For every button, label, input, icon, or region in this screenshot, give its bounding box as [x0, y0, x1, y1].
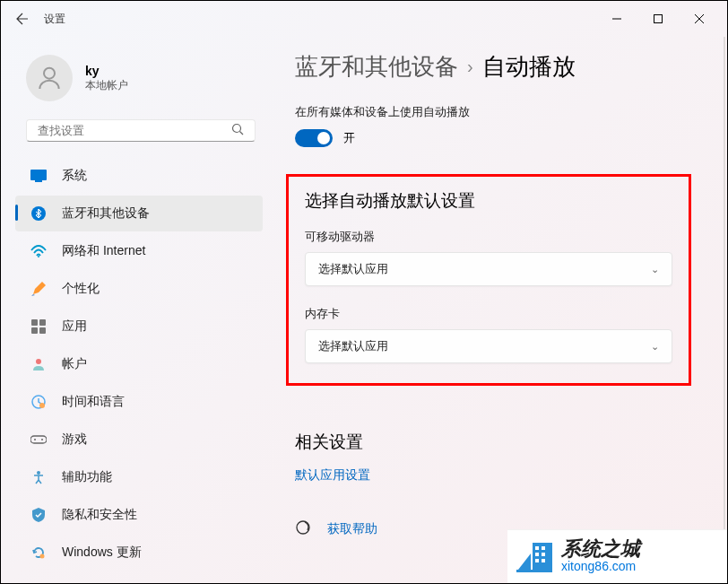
sidebar-item-label: Windows 更新 [62, 545, 142, 561]
defaults-section-title: 选择自动播放默认设置 [305, 189, 672, 213]
svg-point-20 [41, 439, 43, 440]
watermark-text-cn: 系统之城 [561, 539, 640, 559]
user-name: ky [85, 64, 128, 78]
titlebar: 设置 [1, 1, 727, 37]
chevron-down-icon: ⌄ [651, 264, 659, 275]
svg-point-23 [297, 521, 309, 534]
user-account-type: 本地帐户 [85, 78, 128, 93]
memory-card-value: 选择默认应用 [318, 338, 388, 354]
sidebar-item-label: 隐私和安全性 [62, 507, 137, 523]
svg-point-17 [39, 403, 45, 408]
close-button[interactable] [679, 4, 720, 33]
breadcrumb-current: 自动播放 [482, 51, 576, 83]
svg-point-10 [38, 256, 39, 257]
sidebar-item-label: 蓝牙和其他设备 [62, 205, 150, 222]
sidebar-item-time-language[interactable]: 时间和语言 [15, 384, 263, 420]
removable-drive-label: 可移动驱动器 [305, 229, 672, 245]
sidebar-item-accessibility[interactable]: 辅助功能 [15, 459, 263, 495]
chevron-down-icon: ⌄ [651, 341, 659, 353]
watermark-logo-icon [515, 536, 554, 579]
svg-rect-13 [31, 327, 38, 334]
get-help-link: 获取帮助 [327, 521, 377, 537]
search-input[interactable] [38, 124, 231, 137]
svg-point-22 [40, 554, 45, 559]
maximize-icon [654, 14, 663, 23]
breadcrumb-separator: › [467, 57, 473, 77]
defaults-highlight-box: 选择自动播放默认设置 可移动驱动器 选择默认应用 ⌄ 内存卡 选择默认应用 ⌄ [286, 174, 691, 386]
svg-rect-1 [654, 15, 663, 23]
removable-drive-select[interactable]: 选择默认应用 ⌄ [305, 252, 672, 286]
removable-drive-value: 选择默认应用 [318, 261, 388, 277]
sidebar-item-personalization[interactable]: 个性化 [15, 271, 263, 307]
svg-rect-25 [535, 546, 539, 550]
sidebar-item-label: 网络和 Internet [62, 243, 145, 259]
sidebar-item-label: 应用 [62, 318, 87, 335]
scroll-edge [724, 37, 726, 582]
accounts-icon [30, 355, 48, 373]
apps-icon [30, 318, 48, 336]
sidebar-item-gaming[interactable]: 游戏 [15, 422, 263, 458]
sidebar-item-bluetooth[interactable]: 蓝牙和其他设备 [15, 196, 263, 231]
privacy-icon [30, 506, 48, 524]
help-icon [295, 519, 311, 538]
svg-rect-7 [30, 170, 47, 180]
sidebar-item-accounts[interactable]: 帐户 [15, 346, 263, 382]
time-icon [30, 393, 48, 411]
minimize-button[interactable] [596, 4, 637, 33]
svg-point-5 [233, 125, 241, 133]
avatar [26, 55, 73, 101]
person-icon [35, 64, 64, 92]
svg-rect-29 [535, 559, 539, 562]
breadcrumb: 蓝牙和其他设备 › 自动播放 [295, 51, 691, 83]
search-box[interactable] [26, 119, 256, 142]
watermark-url: xitong86.com [561, 559, 640, 574]
sidebar-item-apps[interactable]: 应用 [15, 309, 263, 344]
bluetooth-icon [30, 205, 48, 222]
autoplay-toggle[interactable] [295, 129, 333, 147]
autoplay-toggle-label: 在所有媒体和设备上使用自动播放 [295, 104, 691, 120]
main-content: 蓝牙和其他设备 › 自动播放 在所有媒体和设备上使用自动播放 开 选择自动播放默… [270, 37, 727, 583]
sidebar-item-label: 时间和语言 [62, 394, 125, 410]
svg-rect-11 [31, 319, 38, 326]
back-arrow-icon [16, 13, 29, 25]
sidebar: ky 本地帐户 系统 蓝牙和其他设备 [1, 37, 270, 583]
svg-rect-30 [542, 559, 545, 562]
sidebar-item-label: 辅助功能 [62, 469, 112, 485]
breadcrumb-parent[interactable]: 蓝牙和其他设备 [295, 51, 458, 83]
svg-point-4 [44, 68, 55, 79]
svg-rect-26 [542, 546, 545, 550]
svg-rect-31 [516, 570, 552, 572]
svg-line-6 [240, 132, 244, 135]
close-icon [695, 14, 704, 23]
svg-rect-18 [30, 436, 47, 443]
sidebar-item-privacy[interactable]: 隐私和安全性 [15, 497, 263, 533]
sidebar-item-label: 游戏 [62, 431, 87, 448]
sidebar-item-windows-update[interactable]: Windows 更新 [15, 535, 263, 571]
autoplay-toggle-state: 开 [343, 130, 355, 146]
sidebar-item-network[interactable]: 网络和 Internet [15, 233, 263, 269]
sidebar-item-label: 帐户 [62, 356, 87, 372]
network-icon [30, 242, 48, 260]
default-apps-link[interactable]: 默认应用设置 [295, 467, 370, 484]
window-controls [596, 4, 720, 33]
gaming-icon [30, 431, 48, 449]
svg-rect-12 [39, 319, 46, 326]
sidebar-item-system[interactable]: 系统 [15, 158, 263, 194]
update-icon [30, 544, 48, 562]
maximize-button[interactable] [637, 4, 679, 33]
system-icon [30, 167, 48, 185]
minimize-icon [612, 14, 621, 23]
autoplay-toggle-row: 开 [295, 129, 691, 147]
search-icon [231, 123, 244, 138]
sidebar-item-label: 个性化 [62, 281, 100, 297]
svg-rect-8 [35, 180, 42, 182]
user-block[interactable]: ky 本地帐户 [12, 48, 270, 109]
related-settings-title: 相关设置 [295, 431, 691, 454]
svg-rect-28 [542, 553, 545, 556]
svg-point-19 [34, 439, 36, 440]
watermark: 系统之城 xitong86.com [507, 529, 727, 583]
back-button[interactable] [8, 4, 37, 33]
svg-rect-27 [535, 553, 539, 556]
accessibility-icon [30, 468, 48, 486]
memory-card-select[interactable]: 选择默认应用 ⌄ [305, 329, 672, 363]
